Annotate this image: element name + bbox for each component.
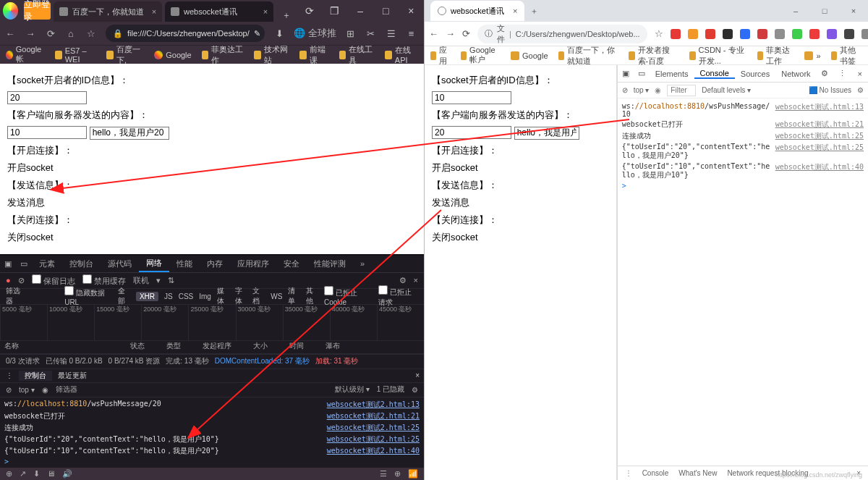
filter-js[interactable]: JS	[164, 292, 173, 300]
back-button[interactable]: ←	[429, 28, 438, 39]
console-source-link[interactable]: websocket测试.html:25	[775, 131, 864, 141]
hide-data-checkbox[interactable]: 隐藏数据 URL	[64, 286, 112, 306]
console-source-link[interactable]: websocket测试.html:13	[775, 102, 864, 118]
extension-icon[interactable]	[757, 29, 767, 39]
forward-button[interactable]: →	[446, 28, 455, 39]
tab-websocket[interactable]: websocket通讯 ×	[430, 1, 524, 21]
console-source-link[interactable]: websocket测试2.html:21	[327, 411, 420, 421]
clear-console-icon[interactable]: ⊘	[622, 86, 628, 94]
console-prompt[interactable]: >	[622, 181, 864, 190]
extension-icon[interactable]	[705, 29, 715, 39]
open-socket-button[interactable]: 开启socket	[7, 162, 54, 173]
send-message-button[interactable]: 发送消息	[432, 197, 469, 208]
bookmark-item[interactable]: 菲奥达工作	[757, 45, 794, 67]
filter-font[interactable]: 字体	[235, 286, 247, 306]
tab-close-button[interactable]: ×	[513, 7, 517, 15]
console-gear-icon[interactable]: ⚙	[857, 86, 864, 94]
devtools-tab[interactable]: 性能评测	[307, 256, 353, 272]
table-header[interactable]: 名称	[0, 341, 130, 353]
console-source-link[interactable]: websocket测试2.html:13	[327, 400, 420, 410]
close-socket-button[interactable]: 关闭socket	[432, 232, 478, 243]
device-icon[interactable]: ▭	[634, 69, 650, 78]
message-content-input[interactable]	[514, 127, 579, 140]
eye-icon[interactable]: ◉	[655, 86, 661, 94]
devtools-tab[interactable]: Elements	[650, 70, 694, 78]
bookmark-item[interactable]: 百度一下，你就知道	[558, 45, 618, 67]
url-bar[interactable]: ⓘ 文件 | C:/Users/zhengwen/Desktop/web...	[477, 25, 647, 43]
tab-close-button[interactable]: ×	[263, 7, 268, 16]
reload-button[interactable]: ⟳	[45, 28, 56, 39]
extension-icon[interactable]	[775, 29, 785, 39]
drawer-tab-console[interactable]: 控制台	[19, 371, 52, 381]
devtools-tab[interactable]: Console	[694, 69, 735, 79]
table-header[interactable]: 时间	[289, 341, 326, 353]
drawer-tab-console[interactable]: Console	[642, 469, 669, 477]
issues-indicator[interactable]: 🟦 No Issues	[809, 86, 851, 94]
bookmark-item[interactable]: 应用	[430, 45, 451, 67]
tab-websocket[interactable]: websocket通讯 ×	[165, 1, 273, 22]
extension-icon[interactable]	[740, 29, 750, 39]
socket-id-input[interactable]	[7, 91, 87, 104]
console-gear-icon[interactable]: ⚙	[412, 386, 418, 394]
filter-media[interactable]: 媒体	[217, 286, 229, 306]
footer-icon[interactable]: 📶	[408, 469, 418, 479]
grid-icon[interactable]: ⊞	[345, 28, 357, 39]
filter-img[interactable]: Img	[199, 292, 211, 300]
table-header[interactable]: 状态	[130, 341, 166, 353]
drawer-close-button[interactable]: ×	[411, 371, 424, 379]
devtools-tab[interactable]: 源代码	[101, 256, 139, 272]
home-button[interactable]: ⌂	[65, 28, 77, 39]
edit-url-icon[interactable]: ✎	[254, 29, 260, 38]
filter-doc[interactable]: 文档	[252, 286, 265, 306]
close-window-button[interactable]: ×	[399, 5, 424, 17]
extension-icon[interactable]	[792, 29, 802, 39]
extension-icon[interactable]	[671, 29, 681, 39]
record-button[interactable]: ●	[6, 276, 11, 285]
console-source-link[interactable]: websocket测试.html:25	[775, 143, 864, 161]
global-push-icon[interactable]: 🌐 全球推	[294, 27, 336, 40]
bookmark-item[interactable]: 其他书签	[831, 45, 863, 67]
favorite-button[interactable]: ☆	[85, 28, 97, 39]
to-user-id-input[interactable]	[432, 126, 511, 139]
tab-baidu[interactable]: 百度一下，你就知道 ×	[54, 1, 162, 22]
devtools-tab[interactable]: 元素	[32, 256, 62, 272]
bookmark-item[interactable]: 前端课	[299, 44, 328, 66]
tab-close-button[interactable]: ×	[152, 7, 156, 16]
devtools-tab[interactable]: Sources	[735, 70, 775, 78]
footer-icon[interactable]: 🔊	[62, 469, 72, 479]
forward-button[interactable]: →	[25, 28, 36, 39]
level-select[interactable]: Default levels ▾	[702, 86, 751, 94]
url-bar[interactable]: 🔒 file:///C:/Users/zhengwen/Desktop/ ✎	[106, 25, 265, 42]
footer-icon[interactable]: ↗	[20, 469, 26, 479]
new-tab-button[interactable]: ＋	[276, 9, 297, 22]
devtools-tab[interactable]: 安全	[276, 256, 307, 272]
throttle-dropdown-icon[interactable]: ▾	[156, 276, 161, 285]
table-header[interactable]: 发起程序	[203, 341, 253, 353]
open-socket-button[interactable]: 开启socket	[432, 162, 478, 173]
bookmark-item[interactable]: »	[804, 51, 820, 60]
footer-icon[interactable]: ⊕	[394, 469, 401, 479]
console-prompt[interactable]: >	[4, 457, 420, 466]
drawer-tab-whatsnew[interactable]: What's New	[678, 469, 717, 477]
bookmark-item[interactable]: Google 帐户	[461, 46, 501, 65]
filter-manifest[interactable]: 清单	[288, 286, 300, 306]
reload-button[interactable]: ⟳	[462, 28, 470, 39]
scissors-icon[interactable]: ✂	[365, 28, 377, 39]
devtools-tab[interactable]: Network	[775, 70, 816, 78]
footer-icon[interactable]: ⊕	[6, 469, 12, 479]
sync-button[interactable]: ⟳	[297, 5, 322, 17]
filter-xhr[interactable]: XHR	[136, 292, 158, 301]
console-source-link[interactable]: websocket测试2.html:40	[327, 446, 420, 456]
bookmark-item[interactable]: 百度一下,	[106, 44, 144, 66]
devtools-tab[interactable]: 应用程序	[230, 256, 276, 272]
bookmark-item[interactable]: 在线API	[385, 45, 418, 64]
tabs-more-icon[interactable]: »	[353, 256, 372, 272]
filter-ws[interactable]: WS	[271, 292, 282, 300]
clear-console-icon[interactable]: ⊘	[6, 386, 12, 394]
drawer-toggle-icon[interactable]: ⋮	[625, 469, 632, 477]
table-header[interactable]: 类型	[166, 341, 203, 353]
bookmark-item[interactable]: Google	[154, 51, 191, 59]
close-socket-button[interactable]: 关闭socket	[7, 232, 54, 243]
back-button[interactable]: ←	[4, 28, 16, 39]
preserve-log-checkbox[interactable]: 保留日志	[32, 274, 75, 287]
